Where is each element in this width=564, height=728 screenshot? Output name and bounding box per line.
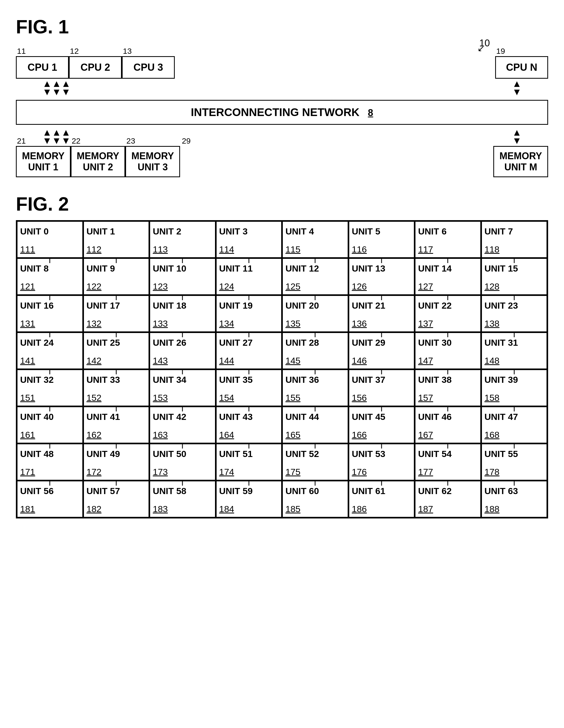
network-text: INTERCONNECTING NETWORK — [191, 106, 359, 118]
unit-name-63: UNIT 63 — [485, 486, 544, 496]
unit-name-8: UNIT 8 — [20, 263, 80, 274]
unit-name-54: UNIT 54 — [418, 449, 478, 459]
network-to-memory-arrows: ▲▼ ▲▼ ▲▼ ▲▼ — [16, 127, 548, 146]
mem1-box: MEMORYUNIT 1 — [16, 146, 71, 177]
cpu3-text: CPU 3 — [134, 62, 163, 73]
unit-name-9: UNIT 9 — [87, 263, 146, 274]
unit-name-27: UNIT 27 — [219, 337, 279, 348]
unit-name-57: UNIT 57 — [87, 486, 146, 496]
cpu2-label: 12 — [70, 47, 79, 56]
unit-name-21: UNIT 21 — [352, 300, 411, 311]
fig1-label: FIG. 1 — [16, 16, 69, 37]
arrow-cpu3: ▲▼ — [61, 80, 71, 96]
unit-num-0: 111 — [20, 244, 80, 255]
unit-name-56: UNIT 56 — [20, 486, 80, 496]
unit-num-8: 121 — [20, 281, 80, 292]
unit-num-32: 151 — [20, 393, 80, 403]
unit-num-49: 172 — [87, 467, 146, 477]
unit-name-6: UNIT 6 — [418, 226, 478, 237]
unit-connector-16 — [50, 331, 50, 337]
unit-cell-4: UNIT 4 115 — [282, 221, 348, 258]
unit-name-38: UNIT 38 — [418, 374, 478, 385]
unit-connector-44 — [315, 443, 315, 449]
arrow-mem2: ▲▼ — [52, 128, 61, 145]
unit-connector-31 — [514, 369, 514, 374]
unit-num-56: 181 — [20, 504, 80, 514]
unit-cell-14: UNIT 14 127 — [415, 258, 481, 295]
unit-name-33: UNIT 33 — [87, 374, 146, 385]
unit-num-33: 152 — [87, 393, 146, 403]
arrow-mem1: ▲▼ — [42, 128, 52, 145]
unit-cell-31: UNIT 31 148 — [481, 332, 548, 369]
unit-cell-0: UNIT 0 111 — [17, 221, 83, 258]
unit-cell-46: UNIT 46 167 — [415, 406, 481, 443]
unit-connector-10 — [182, 294, 183, 300]
unit-connector-48 — [50, 480, 50, 486]
unit-cell-45: UNIT 45 166 — [348, 406, 415, 443]
unit-num-12: 125 — [285, 281, 345, 292]
unit-cell-10: UNIT 10 123 — [149, 258, 216, 295]
unit-name-44: UNIT 44 — [285, 411, 345, 422]
unit-num-28: 145 — [285, 356, 345, 366]
unit-num-44: 165 — [285, 430, 345, 440]
unit-num-24: 141 — [20, 356, 80, 366]
unit-name-2: UNIT 2 — [153, 226, 212, 237]
unit-cell-59: UNIT 59 184 — [216, 481, 282, 518]
unit-num-48: 171 — [20, 467, 80, 477]
unit-connector-27 — [249, 369, 249, 374]
cpu1-label: 11 — [17, 47, 26, 56]
fig2-label: FIG. 2 — [16, 193, 548, 215]
unit-num-54: 177 — [418, 467, 478, 477]
unit-cell-22: UNIT 22 137 — [415, 295, 481, 332]
unit-connector-24 — [50, 369, 50, 374]
unit-num-23: 138 — [485, 318, 544, 329]
unit-name-19: UNIT 19 — [219, 300, 279, 311]
unit-name-52: UNIT 52 — [285, 449, 345, 459]
unit-cell-47: UNIT 47 168 — [481, 406, 548, 443]
unit-connector-47 — [514, 443, 514, 449]
unit-connector-4 — [315, 257, 315, 263]
unit-cell-25: UNIT 25 142 — [83, 332, 150, 369]
unit-num-10: 123 — [153, 281, 212, 292]
unit-name-36: UNIT 36 — [285, 374, 345, 385]
unit-name-49: UNIT 49 — [87, 449, 146, 459]
unit-num-38: 157 — [418, 393, 478, 403]
unit-num-59: 184 — [219, 504, 279, 514]
unit-connector-37 — [381, 406, 382, 411]
unit-name-5: UNIT 5 — [352, 226, 411, 237]
cpuN-text: CPU N — [506, 62, 537, 73]
unit-cell-29: UNIT 29 146 — [348, 332, 415, 369]
unit-name-0: UNIT 0 — [20, 226, 80, 237]
unit-connector-29 — [381, 369, 382, 374]
mem1-text: MEMORYUNIT 1 — [22, 150, 65, 172]
unit-connector-23 — [514, 331, 514, 337]
unit-cell-42: UNIT 42 163 — [149, 406, 216, 443]
unit-num-42: 163 — [153, 430, 212, 440]
unit-cell-17: UNIT 17 132 — [83, 295, 150, 332]
unit-name-28: UNIT 28 — [285, 337, 345, 348]
network-ref: 8 — [368, 107, 373, 118]
cpuN-box: CPU N — [495, 56, 548, 79]
unit-num-20: 135 — [285, 318, 345, 329]
unit-cell-26: UNIT 26 143 — [149, 332, 216, 369]
cpu1-box: CPU 1 — [16, 56, 69, 79]
unit-name-62: UNIT 62 — [418, 486, 478, 496]
unit-cell-60: UNIT 60 185 — [282, 481, 348, 518]
unit-cell-40: UNIT 40 161 — [17, 406, 83, 443]
unit-name-50: UNIT 50 — [153, 449, 212, 459]
unit-num-1: 112 — [87, 244, 146, 255]
arrow-cpu2: ▲▼ — [52, 80, 61, 96]
unit-name-4: UNIT 4 — [285, 226, 345, 237]
unit-cell-6: UNIT 6 117 — [415, 221, 481, 258]
unit-name-39: UNIT 39 — [485, 374, 544, 385]
unit-num-52: 175 — [285, 467, 345, 477]
unit-num-57: 182 — [87, 504, 146, 514]
unit-connector-45 — [381, 443, 382, 449]
unit-name-58: UNIT 58 — [153, 486, 212, 496]
unit-name-20: UNIT 20 — [285, 300, 345, 311]
unit-cell-30: UNIT 30 147 — [415, 332, 481, 369]
cpu2-text: CPU 2 — [81, 62, 110, 73]
unit-name-32: UNIT 32 — [20, 374, 80, 385]
unit-connector-3 — [249, 257, 249, 263]
unit-connector-9 — [116, 294, 117, 300]
